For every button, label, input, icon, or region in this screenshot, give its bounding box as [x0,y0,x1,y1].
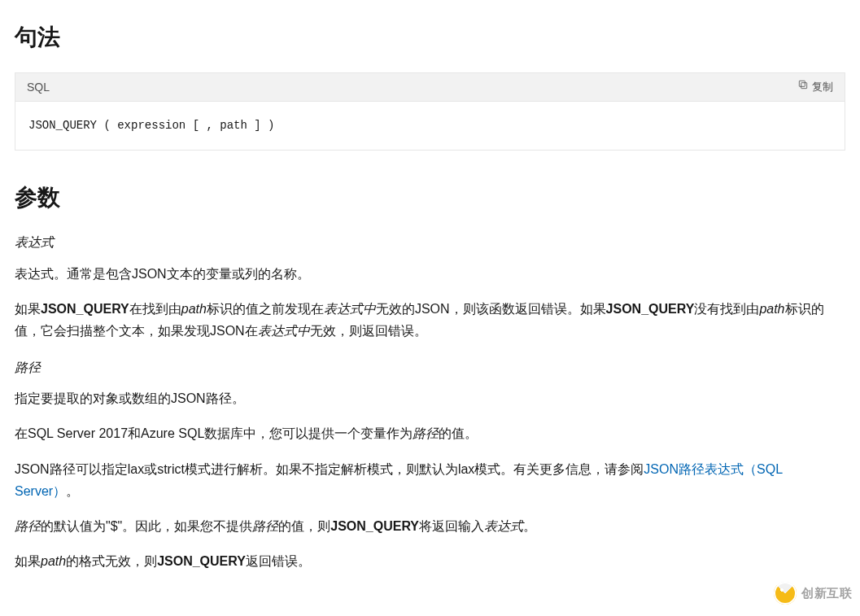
params-heading: 参数 [15,180,845,216]
watermark-icon [774,582,797,605]
param-path-term: 路径 [15,357,845,378]
json-query-keyword: JSON_QUERY [41,302,129,316]
param-path-desc: 指定要提取的对象或数组的JSON路径。 [15,387,845,409]
code-block: SQL 复制 JSON_QUERY ( expression [ , path … [15,72,845,151]
syntax-heading: 句法 [15,20,845,56]
json-query-keyword: JSON_QUERY [157,554,246,568]
svg-rect-0 [801,82,807,88]
svg-rect-1 [799,81,805,86]
watermark-text: 创新互联 [801,583,852,603]
param-path-mode: JSON路径可以指定lax或strict模式进行解析。如果不指定解析模式，则默认… [15,458,845,502]
watermark: 创新互联 [774,582,852,605]
param-expression-detail: 如果JSON_QUERY在找到由path标识的值之前发现在表达式中无效的JSON… [15,298,845,342]
code-block-header: SQL 复制 [15,73,845,102]
param-path-var: 在SQL Server 2017和Azure SQL数据库中，您可以提供一个变量… [15,422,845,444]
param-path-default: 路径的默认值为"$"。因此，如果您不提供路径的值，则JSON_QUERY将返回输… [15,515,845,537]
json-query-keyword: JSON_QUERY [330,519,419,533]
copy-icon [797,79,809,96]
copy-button[interactable]: 复制 [797,79,833,96]
code-lang-label: SQL [27,78,50,96]
copy-label: 复制 [812,79,833,96]
param-expression-term: 表达式 [15,232,845,253]
json-query-keyword: JSON_QUERY [606,302,695,316]
param-path-error: 如果path的格式无效，则JSON_QUERY返回错误。 [15,550,845,572]
param-expression-desc: 表达式。通常是包含JSON文本的变量或列的名称。 [15,263,845,285]
code-content: JSON_QUERY ( expression [ , path ] ) [15,102,845,149]
